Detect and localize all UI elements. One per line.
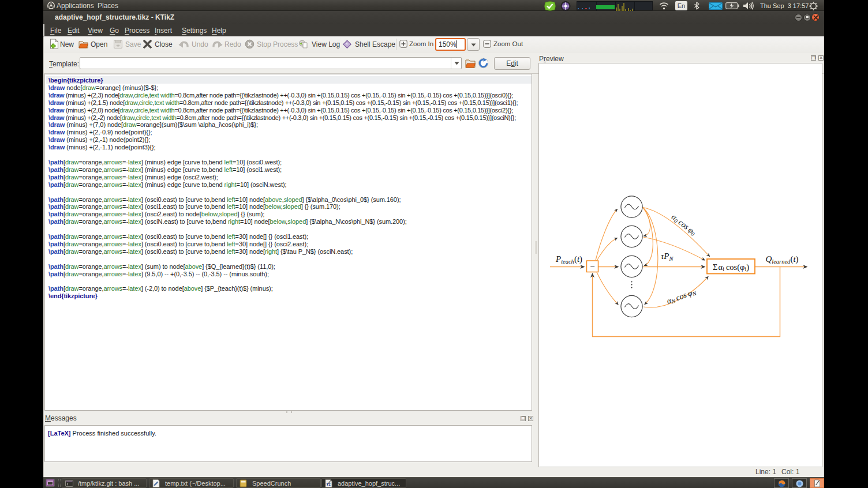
svg-text:Σ αi cos(φi): Σ αi cos(φi) xyxy=(713,262,749,272)
svg-text:Qlearned(t): Qlearned(t) xyxy=(765,254,798,265)
svg-text:Pteach(t): Pteach(t) xyxy=(555,254,582,265)
svg-text:Tz: Tz xyxy=(326,482,331,486)
svg-text:αN cos φN: αN cos φN xyxy=(665,287,698,306)
svg-text:−: − xyxy=(590,262,594,271)
svg-text:α0 cos φ0: α0 cos φ0 xyxy=(669,212,698,237)
svg-text:τPN: τPN xyxy=(661,251,674,262)
